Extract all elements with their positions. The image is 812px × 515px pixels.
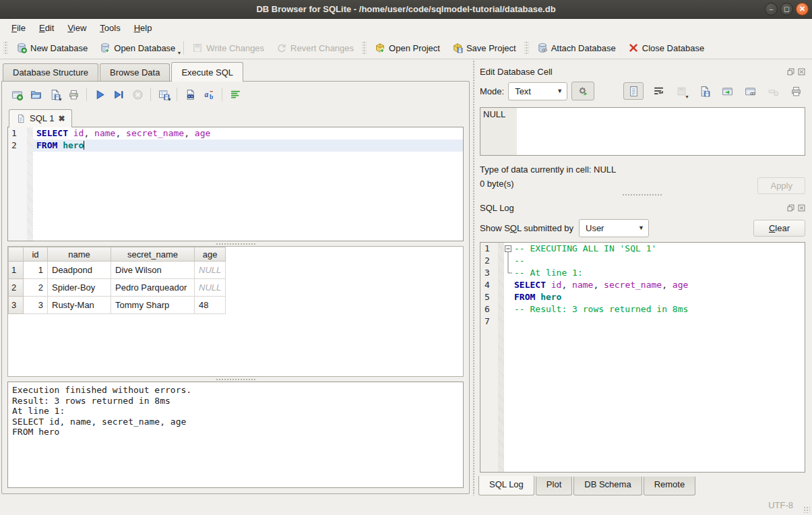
menu-file[interactable]: File <box>5 21 32 35</box>
new-tab-button[interactable] <box>9 86 25 102</box>
bottom-tab-remote[interactable]: Remote <box>644 477 696 495</box>
autocomplete-button[interactable]: ab <box>201 86 217 102</box>
sql-tab[interactable]: SQL 1 ✖ <box>9 109 72 127</box>
chevron-down-icon: ▼ <box>557 88 563 94</box>
export-results-button[interactable]: ▼ <box>156 86 172 102</box>
log-line[interactable]: 7 <box>480 315 805 328</box>
row-header[interactable]: 1 <box>9 262 24 279</box>
tab-close-icon[interactable]: ✖ <box>58 115 65 123</box>
export-data-button[interactable] <box>696 82 712 100</box>
menu-tools[interactable]: Tools <box>94 21 126 35</box>
tab-execute-sql[interactable]: Execute SQL <box>171 62 243 82</box>
table-cell[interactable]: 1 <box>24 262 48 279</box>
fold-marker-icon <box>504 303 514 315</box>
editor-results-splitter[interactable] <box>216 241 256 246</box>
table-cell[interactable]: NULL <box>195 279 226 297</box>
table-cell[interactable]: NULL <box>195 262 226 279</box>
log-line[interactable]: 6-- Result: 3 rows returned in 8ms <box>480 303 805 315</box>
print-cell-button[interactable] <box>788 82 804 100</box>
open-external-button[interactable] <box>719 82 735 100</box>
tab-browse-data[interactable]: Browse Data <box>100 63 170 82</box>
menu-help[interactable]: Help <box>128 21 158 35</box>
toolbar-separator <box>183 41 184 55</box>
dropdown-arrow-icon[interactable]: ▼ <box>177 51 181 55</box>
bottom-tab-sql-log[interactable]: SQL Log <box>478 476 534 495</box>
log-line[interactable]: 1-- EXECUTING ALL IN 'SQL 1' <box>480 243 805 255</box>
word-wrap-button[interactable] <box>650 82 666 100</box>
dropdown-arrow-icon[interactable]: ▼ <box>58 97 63 102</box>
print-button[interactable] <box>65 86 82 102</box>
tab-database-structure[interactable]: Database Structure <box>3 63 98 82</box>
maximize-icon[interactable]: ◻ <box>780 3 793 16</box>
log-line[interactable]: 3-- At line 1: <box>480 267 805 279</box>
sql-log-view[interactable]: 1-- EXECUTING ALL IN 'SQL 1'2--3-- At li… <box>480 242 805 473</box>
open-external-icon <box>722 86 733 97</box>
close-icon[interactable]: ✕ <box>796 3 809 16</box>
table-cell[interactable]: Deadpond <box>48 262 111 279</box>
attach-database-button[interactable]: Attach Database <box>531 40 622 56</box>
close-database-button[interactable]: Close Database <box>622 40 711 56</box>
execute-current-line-button[interactable] <box>111 86 127 102</box>
toolbar-handle[interactable] <box>362 40 367 55</box>
title-bar[interactable]: DB Browser for SQLite - /home/user/code/… <box>0 0 812 19</box>
open-database-button[interactable]: Open Database▼ <box>94 40 181 56</box>
log-line[interactable]: 2-- <box>480 255 805 267</box>
column-header-age[interactable]: age <box>195 247 226 262</box>
table-cell[interactable]: Spider-Boy <box>48 279 111 297</box>
table-cell[interactable]: Pedro Parqueador <box>111 279 195 297</box>
save-project-button[interactable]: Save Project <box>446 40 522 56</box>
editor-line[interactable]: 2FROM hero <box>8 140 463 152</box>
execute-all-button[interactable] <box>92 86 108 102</box>
row-header[interactable]: 2 <box>9 279 24 297</box>
column-header-id[interactable]: id <box>24 247 48 262</box>
float-dock-icon[interactable] <box>787 68 794 75</box>
table-cell[interactable]: 2 <box>24 279 48 297</box>
find-replace-button[interactable] <box>182 86 198 102</box>
stop-icon <box>132 89 144 100</box>
column-header-secret_name[interactable]: secret_name <box>111 247 195 262</box>
menu-view[interactable]: View <box>61 21 92 35</box>
close-dock-icon[interactable] <box>798 68 805 75</box>
mode-select[interactable]: Text ▼ <box>508 82 567 100</box>
open-sql-file-button[interactable] <box>28 86 44 102</box>
editor-line[interactable]: 1SELECT id, name, secret_name, age <box>8 127 463 140</box>
toolbar-handle[interactable] <box>524 40 529 55</box>
sql-editor[interactable]: 1SELECT id, name, secret_name, age2FROM … <box>7 127 464 241</box>
log-line[interactable]: 5FROM hero <box>480 291 805 303</box>
results-message-splitter[interactable] <box>216 377 256 382</box>
float-dock-icon[interactable] <box>787 204 794 212</box>
apply-button[interactable]: Apply <box>757 177 805 194</box>
line-number: 1 <box>480 243 498 255</box>
log-filter-select[interactable]: User ▼ <box>579 219 649 237</box>
table-cell[interactable]: Dive Wilson <box>111 262 195 279</box>
bottom-tab-db-schema[interactable]: DB Schema <box>573 477 642 495</box>
text-view-button[interactable] <box>623 82 644 100</box>
dropdown-arrow-icon[interactable]: ▼ <box>167 97 172 102</box>
row-header[interactable]: 3 <box>9 297 24 314</box>
minimize-icon[interactable]: − <box>765 3 778 16</box>
resize-grip[interactable] <box>803 506 810 513</box>
copy-link-button[interactable] <box>742 82 758 100</box>
save-sql-file-button[interactable]: ▼ <box>46 86 63 102</box>
cell-value-editor[interactable]: NULL <box>480 107 805 156</box>
dock-splitter[interactable] <box>622 192 662 198</box>
log-line[interactable]: 4SELECT id, name, secret_name, age <box>480 279 805 291</box>
bottom-tab-plot[interactable]: Plot <box>536 477 572 495</box>
clear-log-button[interactable]: Clear <box>753 220 805 237</box>
export-data-icon <box>699 86 710 97</box>
pane-splitter[interactable] <box>471 59 476 495</box>
table-cell[interactable]: Rusty-Man <box>48 297 111 314</box>
table-cell[interactable]: 48 <box>195 297 226 314</box>
new-database-button[interactable]: New Database <box>10 40 94 56</box>
menu-edit[interactable]: Edit <box>33 21 60 35</box>
auto-switch-mode-button[interactable] <box>571 82 594 100</box>
table-cell[interactable]: Tommy Sharp <box>111 297 195 314</box>
toolbar-handle[interactable] <box>3 40 8 55</box>
fold-marker-icon[interactable] <box>504 243 514 255</box>
format-sql-button[interactable] <box>227 86 243 102</box>
results-grid[interactable]: idnamesecret_nameage11DeadpondDive Wilso… <box>7 246 464 377</box>
close-dock-icon[interactable] <box>798 204 805 212</box>
column-header-name[interactable]: name <box>48 247 111 262</box>
open-project-button[interactable]: Open Project <box>369 40 446 56</box>
table-cell[interactable]: 3 <box>24 297 48 314</box>
